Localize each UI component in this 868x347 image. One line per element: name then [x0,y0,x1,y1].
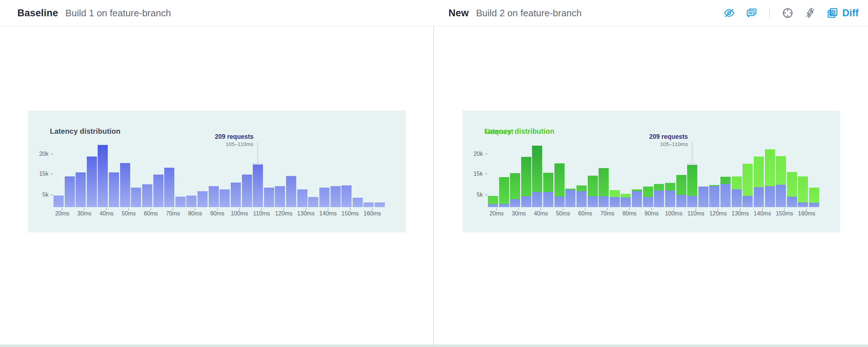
histogram-bar-baseline-requests [353,198,363,207]
x-axis-tick-label: 140ms [754,210,771,217]
eye-off-icon [723,7,735,19]
y-axis-tick-mark [485,194,488,195]
histogram-bar-overlay-requests [643,197,653,207]
x-axis-tick-label: 120ms [275,210,292,217]
histogram-bar-overlay-requests [754,187,764,207]
x-axis-tick-label: 150ms [341,210,359,217]
histogram-bar-overlay-requests [554,197,565,207]
x-axis-tick-label: 30ms [512,210,526,217]
x-axis-tick-label: 50ms [556,210,570,217]
baseline-label: Baseline [17,8,58,19]
histogram-bar-overlay-requests [776,185,786,207]
histogram-bar-baseline-requests [242,175,252,207]
histogram-bar-baseline-requests [87,157,97,207]
x-axis-tick-label: 80ms [622,210,637,217]
x-axis-tick-label: 100ms [231,210,248,217]
x-axis-tick-label: 60ms [144,210,158,217]
annotation-value-label: 209 requests [215,133,254,141]
y-axis-tick-mark [51,194,53,195]
histogram-bar-baseline-requests [65,176,75,207]
histogram-bar-baseline-requests [98,145,108,207]
x-axis-tick-label: 90ms [210,210,224,217]
histogram-bar-baseline-requests [319,188,329,207]
histogram-bar-baseline-requests [275,186,285,207]
histogram-bar-baseline-requests [363,202,374,207]
histogram-bar-overlay-requests [543,192,553,207]
histogram-bar-overlay-requests [676,195,686,207]
bottom-strip [0,344,868,347]
diff-toggle-label: Diff [842,8,859,19]
crosshair-icon [782,7,794,19]
annotation-range-label: 105–110ms [226,141,254,147]
x-axis-tick-label: 70ms [166,210,180,217]
histogram-bar-overlay-requests [665,190,675,207]
x-axis-tick-label: 140ms [319,210,337,217]
diff-layers-icon [826,7,839,19]
x-axis-tick-label: 130ms [297,210,315,217]
histogram-bar-overlay-requests [709,186,719,207]
annotated-bar-cap [252,163,263,164]
diff-toggle-button[interactable]: Diff [826,7,859,19]
x-axis-tick-label: 130ms [732,210,749,217]
new-build-name: Build 2 on feature-branch [476,8,582,19]
histogram-bar-overlay-requests [499,204,509,207]
focus-regions-button[interactable] [782,7,794,19]
y-axis-tick-mark [51,154,53,154]
histogram-bar-overlay-requests [588,196,598,207]
histogram-bar-overlay-requests [632,191,642,207]
histogram-bar-baseline-requests [331,186,341,207]
histogram-bar-baseline-requests [153,175,163,207]
y-axis-tick-label: 5k [32,192,48,198]
x-axis-tick-label: 160ms [363,210,381,217]
hide-diffs-button[interactable] [723,7,735,19]
x-axis-tick-label: 80ms [188,210,202,217]
histogram-bar-overlay-requests [654,190,664,207]
x-axis-tick-label: 150ms [776,210,793,217]
toolbar-divider [769,8,770,18]
y-axis-tick-label: 20k [466,151,483,157]
comments-button[interactable] [745,7,758,19]
x-axis-tick-label: 110ms [688,210,705,217]
flash-off-button[interactable] [804,7,816,19]
x-axis-tick-label: 50ms [122,210,136,217]
histogram-bar-overlay-requests [687,196,697,207]
histogram-bar-baseline-requests [186,196,196,207]
pane-divider [433,26,434,347]
y-axis-tick-mark [51,174,53,174]
baseline-build-name: Build 1 on feature-branch [65,8,171,19]
x-axis-tick-label: 30ms [77,210,92,217]
histogram-bar-overlay-requests [743,196,753,207]
x-axis-tick-label: 60ms [578,210,592,217]
histogram-bar-baseline-requests [131,188,141,207]
chart-title-word: Request [485,128,514,136]
annotation-pointer-line [258,142,258,162]
histogram-bar-baseline-requests [197,191,208,207]
histogram-bar-overlay-requests [576,191,587,207]
histogram-bar-baseline-requests [286,176,296,207]
histogram-bar-baseline-requests [375,202,385,207]
y-axis-tick-mark [485,154,488,154]
histogram-bar-overlay-requests [809,203,819,207]
histogram-bar-baseline-requests [175,197,186,207]
histogram-bar-overlay-requests [565,190,575,207]
comparison-view: Baseline Build 1 on feature-branch New B… [0,0,868,347]
x-axis-tick-label: 40ms [534,210,548,217]
histogram-bar-baseline-requests [209,186,219,207]
x-axis-tick-label: 70ms [600,210,614,217]
x-axis-tick-label: 20ms [55,210,69,217]
x-axis-tick-label: 90ms [644,210,659,217]
histogram-bar-baseline-requests [142,184,152,207]
histogram-bar-overlay-requests [488,204,498,207]
y-axis-tick-mark [485,174,488,174]
x-axis-tick-label: 40ms [99,210,114,217]
x-axis-tick-label: 110ms [253,210,270,217]
histogram-bar-baseline-requests [164,168,174,207]
histogram-bar-overlay-requests [720,184,731,207]
histogram-bar-baseline-requests [220,189,230,207]
new-pane-header: New Build 2 on feature-branch [448,0,582,26]
histogram-bar-overlay-requests [798,202,808,207]
annotation-range-label: 105–110ms [660,141,688,147]
histogram-bar-baseline-requests [253,164,263,207]
histogram-bar-baseline-requests [341,185,352,207]
baseline-pane-header: Baseline Build 1 on feature-branch [17,0,171,26]
